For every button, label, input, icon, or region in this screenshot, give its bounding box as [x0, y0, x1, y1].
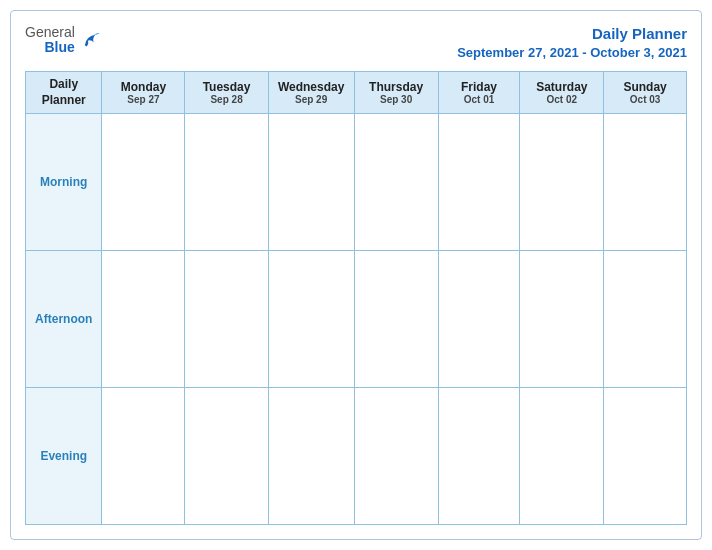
- afternoon-mon[interactable]: [102, 251, 185, 388]
- afternoon-fri[interactable]: [438, 251, 520, 388]
- morning-sat[interactable]: [520, 114, 604, 251]
- morning-tue[interactable]: [185, 114, 268, 251]
- morning-fri[interactable]: [438, 114, 520, 251]
- evening-wed[interactable]: [268, 388, 354, 525]
- evening-mon[interactable]: [102, 388, 185, 525]
- logo-general: General: [25, 25, 75, 40]
- date-range: September 27, 2021 - October 3, 2021: [457, 45, 687, 60]
- afternoon-sat[interactable]: [520, 251, 604, 388]
- afternoon-label: Afternoon: [26, 251, 102, 388]
- header-row: Daily Planner Monday Sep 27 Tuesday Sep …: [26, 72, 687, 114]
- morning-mon[interactable]: [102, 114, 185, 251]
- planner-page: General Blue Daily Planner September 27,…: [10, 10, 702, 540]
- morning-row: Morning: [26, 114, 687, 251]
- logo-blue: Blue: [44, 40, 74, 55]
- title-area: Daily Planner September 27, 2021 - Octob…: [457, 25, 687, 61]
- col-header-thu: Thursday Sep 30: [354, 72, 438, 114]
- col-header-sun: Sunday Oct 03: [604, 72, 687, 114]
- col-header-sat: Saturday Oct 02: [520, 72, 604, 114]
- top-header: General Blue Daily Planner September 27,…: [25, 25, 687, 61]
- logo-bird-icon: [79, 29, 101, 51]
- calendar-table: Daily Planner Monday Sep 27 Tuesday Sep …: [25, 71, 687, 525]
- afternoon-row: Afternoon: [26, 251, 687, 388]
- evening-thu[interactable]: [354, 388, 438, 525]
- afternoon-wed[interactable]: [268, 251, 354, 388]
- evening-tue[interactable]: [185, 388, 268, 525]
- evening-sat[interactable]: [520, 388, 604, 525]
- morning-label: Morning: [26, 114, 102, 251]
- col-header-fri: Friday Oct 01: [438, 72, 520, 114]
- col-header-mon: Monday Sep 27: [102, 72, 185, 114]
- evening-sun[interactable]: [604, 388, 687, 525]
- col-header-tue: Tuesday Sep 28: [185, 72, 268, 114]
- logo-area: General Blue: [25, 25, 101, 56]
- afternoon-tue[interactable]: [185, 251, 268, 388]
- morning-sun[interactable]: [604, 114, 687, 251]
- evening-label: Evening: [26, 388, 102, 525]
- col-header-wed: Wednesday Sep 29: [268, 72, 354, 114]
- morning-wed[interactable]: [268, 114, 354, 251]
- evening-fri[interactable]: [438, 388, 520, 525]
- planner-title: Daily Planner: [592, 25, 687, 42]
- afternoon-thu[interactable]: [354, 251, 438, 388]
- first-header-cell: Daily Planner: [26, 72, 102, 114]
- evening-row: Evening: [26, 388, 687, 525]
- morning-thu[interactable]: [354, 114, 438, 251]
- afternoon-sun[interactable]: [604, 251, 687, 388]
